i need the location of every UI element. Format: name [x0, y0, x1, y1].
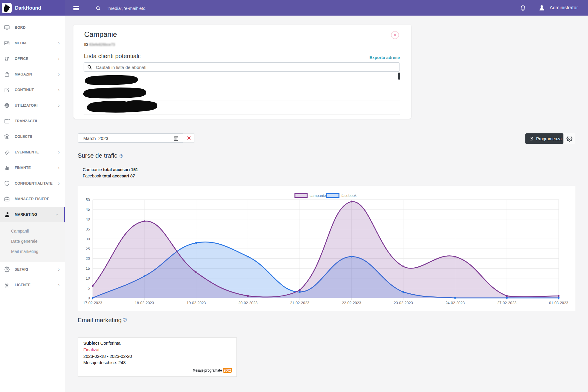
svg-text:27-02-2023: 27-02-2023: [497, 301, 516, 305]
svg-text:20: 20: [86, 257, 90, 261]
svg-text:25: 25: [86, 247, 90, 251]
svg-text:30: 30: [86, 237, 90, 241]
svg-text:35: 35: [86, 227, 90, 231]
svg-text:5: 5: [88, 286, 90, 290]
svg-text:0: 0: [88, 296, 90, 300]
svg-text:22-02-2023: 22-02-2023: [342, 301, 361, 305]
svg-text:21-02-2023: 21-02-2023: [290, 301, 309, 305]
svg-text:20-02-2023: 20-02-2023: [238, 301, 257, 305]
svg-text:campanie: campanie: [310, 194, 326, 198]
svg-text:10: 10: [86, 276, 90, 281]
svg-text:15: 15: [86, 266, 90, 271]
svg-text:facebook: facebook: [341, 194, 357, 198]
svg-text:19-02-2023: 19-02-2023: [187, 301, 206, 305]
svg-text:01-03-2023: 01-03-2023: [549, 301, 568, 305]
svg-text:24-02-2023: 24-02-2023: [445, 301, 465, 305]
svg-text:23-02-2023: 23-02-2023: [394, 301, 413, 305]
svg-text:18-02-2023: 18-02-2023: [135, 301, 154, 305]
svg-text:50: 50: [86, 198, 90, 202]
svg-text:40: 40: [86, 217, 90, 221]
svg-text:45: 45: [86, 207, 90, 212]
svg-text:17-02-2023: 17-02-2023: [83, 301, 102, 305]
